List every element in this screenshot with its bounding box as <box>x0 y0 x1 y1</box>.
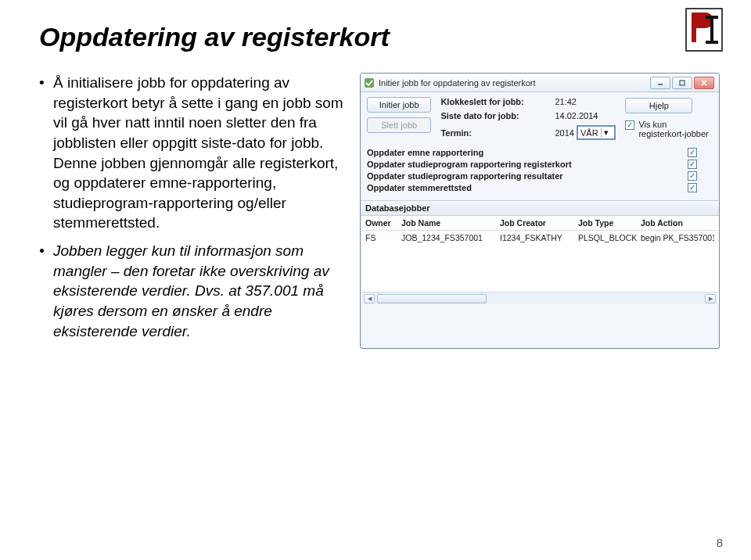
window-app-icon <box>364 77 375 88</box>
databasejobber-header: Databasejobber <box>361 200 719 216</box>
svg-rect-4 <box>706 41 718 44</box>
page-number: 8 <box>717 536 723 549</box>
sistedato-label: Siste dato for jobb: <box>440 111 550 120</box>
bullet-list: Å initialisere jobb for oppdatering av r… <box>39 73 344 349</box>
sistedato-value: 14.02.2014 <box>555 111 625 120</box>
chevron-down-icon: ▾ <box>601 127 612 138</box>
termin-label: Termin: <box>440 128 550 138</box>
svg-rect-1 <box>692 13 696 42</box>
jobs-table: Owner Job Name Job Creator Job Type Job … <box>361 216 719 304</box>
app-logo <box>685 8 723 52</box>
option-label: Oppdater stemmerettsted <box>367 183 472 192</box>
termin-year: 2014 <box>555 128 573 138</box>
minimize-button[interactable] <box>650 77 670 89</box>
window-title: Initier jobb for oppdatering av register… <box>379 78 536 88</box>
page-title: Oppdatering av registerkort <box>39 22 720 52</box>
option-checkbox[interactable] <box>688 160 697 169</box>
bullet-item: Å initialisere jobb for oppdatering av r… <box>39 73 344 233</box>
scroll-thumb[interactable] <box>377 294 487 303</box>
option-label: Oppdater studieprogram rapportering regi… <box>367 160 572 169</box>
col-jobtype: Job Type <box>578 218 641 228</box>
bullet-item: Jobben legger kun til informasjon som ma… <box>39 241 344 341</box>
scroll-right-icon[interactable]: ▶ <box>705 294 716 303</box>
option-checkbox[interactable] <box>688 148 697 157</box>
initier-jobb-button[interactable]: Initier jobb <box>367 97 431 113</box>
hjelp-button[interactable]: Hjelp <box>625 98 692 113</box>
svg-rect-2 <box>710 16 713 44</box>
svg-rect-7 <box>680 81 685 85</box>
svg-rect-5 <box>365 78 374 88</box>
window-titlebar: Initier jobb for oppdatering av register… <box>361 74 719 92</box>
checkbox-icon <box>625 120 634 130</box>
col-jobaction: Job Action <box>641 218 714 228</box>
option-label: Oppdater emne rapportering <box>367 148 483 157</box>
klokkeslett-value: 21:42 <box>555 97 625 106</box>
option-checkbox[interactable] <box>688 171 697 181</box>
option-checkbox[interactable] <box>688 183 697 192</box>
termin-select[interactable]: VÅR ▾ <box>577 125 616 140</box>
scroll-left-icon[interactable]: ◀ <box>364 294 375 303</box>
dialog-window: Initier jobb for oppdatering av register… <box>360 73 720 349</box>
maximize-button[interactable] <box>672 77 692 89</box>
option-label: Oppdater studieprogram rapportering resu… <box>367 171 563 181</box>
vis-kun-checkbox[interactable]: Vis kun registerkort-jobber <box>625 120 713 138</box>
close-button[interactable] <box>694 77 714 89</box>
col-jobname: Job Name <box>401 218 500 228</box>
col-owner: Owner <box>365 218 401 228</box>
klokkeslett-label: Klokkeslett for jobb: <box>440 97 550 106</box>
slett-jobb-button[interactable]: Slett jobb <box>367 117 431 133</box>
col-jobcreator: Job Creator <box>500 218 578 228</box>
table-row[interactable]: FS JOB_1234_FS357001 I1234_FSKATHY PLSQL… <box>362 231 717 245</box>
svg-rect-3 <box>706 16 718 19</box>
horizontal-scrollbar[interactable]: ◀ ▶ <box>362 292 717 304</box>
